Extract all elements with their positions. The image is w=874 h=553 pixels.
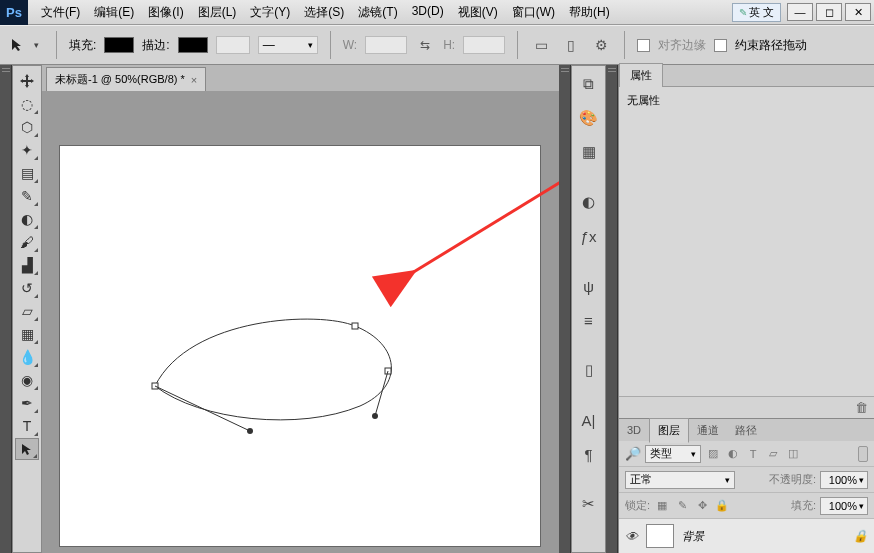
- tool-presets-panel-icon[interactable]: ✂: [575, 490, 603, 518]
- filter-kind-select[interactable]: 类型▾: [645, 445, 701, 463]
- menu-window[interactable]: 窗口(W): [505, 0, 562, 25]
- align-edges-checkbox[interactable]: [637, 39, 650, 52]
- layers-tab[interactable]: 图层: [649, 418, 689, 443]
- menu-file[interactable]: 文件(F): [34, 0, 87, 25]
- menu-view[interactable]: 视图(V): [451, 0, 505, 25]
- visibility-icon[interactable]: 👁: [625, 529, 638, 544]
- menu-filter[interactable]: 滤镜(T): [351, 0, 404, 25]
- fill-opacity-field[interactable]: 100%▾: [820, 497, 868, 515]
- language-button[interactable]: 英 文: [732, 3, 781, 22]
- document-tab-close-icon[interactable]: ×: [191, 74, 197, 86]
- filter-shape-icon[interactable]: ▱: [765, 446, 781, 462]
- magic-wand-tool[interactable]: ✦: [15, 139, 39, 161]
- options-bar: ▾ 填充: 描边: —▾ W: ⇆ H: ▭ ▯ ⚙ 对齐边缘 约束路径拖动: [0, 25, 874, 65]
- menu-3d[interactable]: 3D(D): [405, 0, 451, 25]
- path-options-icon[interactable]: ⚙: [590, 34, 612, 56]
- canvas-viewport[interactable]: [42, 91, 559, 553]
- filter-smart-icon[interactable]: ◫: [785, 446, 801, 462]
- properties-panel-tabs: 属性: [619, 65, 874, 87]
- document-tab[interactable]: 未标题-1 @ 50%(RGB/8) * ×: [46, 67, 206, 91]
- lasso-tool[interactable]: ⬡: [15, 116, 39, 138]
- character-panel-icon[interactable]: A|: [575, 406, 603, 434]
- brush-presets-panel-icon[interactable]: ≡: [575, 306, 603, 334]
- marquee-tool[interactable]: ◌: [15, 93, 39, 115]
- channels-tab[interactable]: 通道: [689, 419, 727, 442]
- right-dock-strip[interactable]: [606, 65, 618, 553]
- opacity-field[interactable]: 100%▾: [820, 471, 868, 489]
- fill-swatch[interactable]: [104, 37, 134, 53]
- menu-select[interactable]: 选择(S): [297, 0, 351, 25]
- lock-pixels-icon[interactable]: ✎: [674, 498, 690, 514]
- properties-content: 无属性: [627, 94, 660, 106]
- panels-column: 属性 无属性 🗑 3D 图层 通道 路径 🔎 类型▾ ▨ ◐ T ▱ ◫: [618, 65, 874, 553]
- blend-mode-value: 正常: [630, 472, 652, 487]
- move-tool[interactable]: [15, 70, 39, 92]
- menu-bar: 文件(F) 编辑(E) 图像(I) 图层(L) 文字(Y) 选择(S) 滤镜(T…: [34, 0, 617, 25]
- collapsed-panels-strip: ⧉ 🎨 ▦ ◐ ƒx ψ ≡ ▯ A| ¶ ✂: [571, 65, 606, 553]
- eraser-tool[interactable]: ▱: [15, 300, 39, 322]
- swatches-panel-icon[interactable]: ▦: [575, 138, 603, 166]
- stroke-style-field[interactable]: —▾: [258, 36, 318, 54]
- layer-row-background[interactable]: 👁 背景 🔒: [619, 519, 874, 553]
- filter-adjust-icon[interactable]: ◐: [725, 446, 741, 462]
- blend-mode-select[interactable]: 正常▾: [625, 471, 735, 489]
- dodge-tool[interactable]: ◉: [15, 369, 39, 391]
- stroke-swatch[interactable]: [178, 37, 208, 53]
- crop-tool[interactable]: ▤: [15, 162, 39, 184]
- type-tool[interactable]: T: [15, 415, 39, 437]
- adjustments-panel-icon[interactable]: ◐: [575, 188, 603, 216]
- left-dock-strip[interactable]: [0, 65, 12, 553]
- filter-pixel-icon[interactable]: ▨: [705, 446, 721, 462]
- annotation-arrow: [42, 91, 559, 491]
- app-logo: Ps: [0, 0, 28, 25]
- paths-tab[interactable]: 路径: [727, 419, 765, 442]
- filter-toggle[interactable]: [858, 446, 868, 462]
- stamp-tool[interactable]: ▟: [15, 254, 39, 276]
- mid-dock-strip[interactable]: [559, 65, 571, 553]
- path-align-icon[interactable]: ▭: [530, 34, 552, 56]
- constrain-path-label: 约束路径拖动: [735, 37, 807, 54]
- tool-preset-icon[interactable]: [10, 37, 26, 53]
- filter-type-icon[interactable]: T: [745, 446, 761, 462]
- pen-tool[interactable]: ✒: [15, 392, 39, 414]
- minimize-button[interactable]: —: [787, 3, 813, 21]
- close-button[interactable]: ✕: [845, 3, 871, 21]
- constrain-path-checkbox[interactable]: [714, 39, 727, 52]
- blur-tool[interactable]: 💧: [15, 346, 39, 368]
- height-field[interactable]: [463, 36, 505, 54]
- history-panel-icon[interactable]: ⧉: [575, 70, 603, 98]
- layer-thumbnail[interactable]: [646, 524, 674, 548]
- 3d-tab[interactable]: 3D: [619, 420, 649, 440]
- brushes-panel-icon[interactable]: ψ: [575, 272, 603, 300]
- path-selection-tool[interactable]: [15, 438, 39, 460]
- brush-tool[interactable]: 🖌: [15, 231, 39, 253]
- history-brush-tool[interactable]: ↺: [15, 277, 39, 299]
- styles-panel-icon[interactable]: ƒx: [575, 222, 603, 250]
- layer-filter-row: 🔎 类型▾ ▨ ◐ T ▱ ◫: [619, 441, 874, 467]
- gradient-tool[interactable]: ▦: [15, 323, 39, 345]
- lock-position-icon[interactable]: ✥: [694, 498, 710, 514]
- tool-preset-chevron-icon[interactable]: ▾: [34, 40, 44, 50]
- filter-search-icon[interactable]: 🔎: [625, 446, 641, 461]
- info-panel-icon[interactable]: ▯: [575, 356, 603, 384]
- healing-brush-tool[interactable]: ◐: [15, 208, 39, 230]
- color-panel-icon[interactable]: 🎨: [575, 104, 603, 132]
- menu-help[interactable]: 帮助(H): [562, 0, 617, 25]
- lock-transparency-icon[interactable]: ▦: [654, 498, 670, 514]
- menu-type[interactable]: 文字(Y): [243, 0, 297, 25]
- path-arrange-icon[interactable]: ▯: [560, 34, 582, 56]
- menu-image[interactable]: 图像(I): [141, 0, 190, 25]
- maximize-button[interactable]: ◻: [816, 3, 842, 21]
- menu-edit[interactable]: 编辑(E): [87, 0, 141, 25]
- menu-layer[interactable]: 图层(L): [191, 0, 244, 25]
- lock-all-icon[interactable]: 🔒: [714, 498, 730, 514]
- stroke-width-field[interactable]: [216, 36, 250, 54]
- width-field[interactable]: [365, 36, 407, 54]
- link-dimensions-icon[interactable]: ⇆: [415, 35, 435, 55]
- paragraph-panel-icon[interactable]: ¶: [575, 440, 603, 468]
- filter-kind-value: 类型: [650, 446, 672, 461]
- stroke-style-value: —: [263, 38, 275, 52]
- eyedropper-tool[interactable]: ✎: [15, 185, 39, 207]
- trash-icon[interactable]: 🗑: [855, 400, 868, 415]
- properties-tab[interactable]: 属性: [619, 63, 663, 88]
